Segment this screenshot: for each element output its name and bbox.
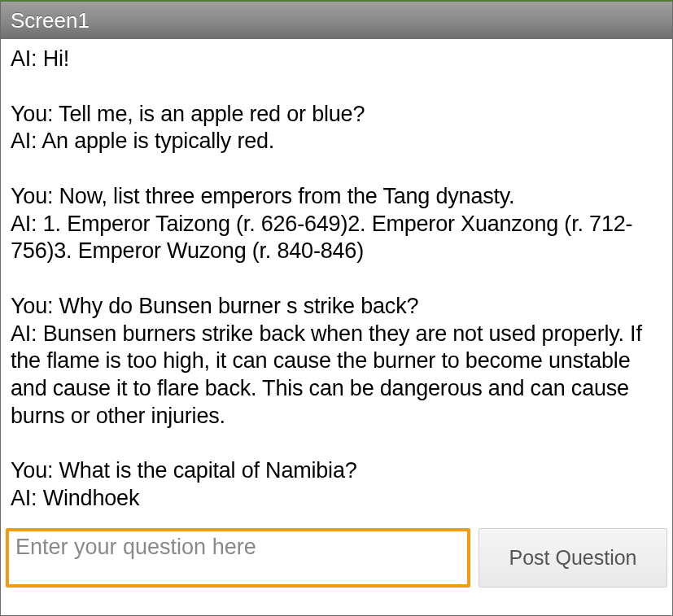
- titlebar-title: Screen1: [11, 8, 90, 33]
- conversation-line: AI: Windhoek: [11, 485, 662, 513]
- conversation-line: You: Why do Bunsen burner s strike back?: [11, 293, 662, 321]
- post-question-button[interactable]: Post Question: [479, 528, 667, 588]
- blank-line: [11, 265, 662, 293]
- question-input-container[interactable]: [6, 528, 470, 588]
- titlebar: Screen1: [1, 2, 672, 39]
- conversation-line: AI: Bunsen burners strike back when they…: [11, 321, 662, 430]
- conversation-line: AI: An apple is typically red.: [11, 128, 662, 155]
- app-window: Screen1 AI: Hi!You: Tell me, is an apple…: [0, 0, 673, 616]
- blank-line: [11, 430, 662, 458]
- conversation-line: AI: Hi!: [11, 46, 662, 73]
- conversation-line: You: Now, list three emperors from the T…: [11, 183, 662, 211]
- blank-line: [11, 155, 662, 183]
- conversation-line: You: Tell me, is an apple red or blue?: [11, 101, 662, 129]
- question-input[interactable]: [15, 535, 461, 560]
- input-row: Post Question: [1, 528, 672, 615]
- conversation-log: AI: Hi!You: Tell me, is an apple red or …: [1, 39, 672, 528]
- conversation-line: AI: 1. Emperor Taizong (r. 626-649)2. Em…: [11, 211, 662, 266]
- conversation-line: You: What is the capital of Namibia?: [11, 457, 662, 485]
- blank-line: [11, 73, 662, 101]
